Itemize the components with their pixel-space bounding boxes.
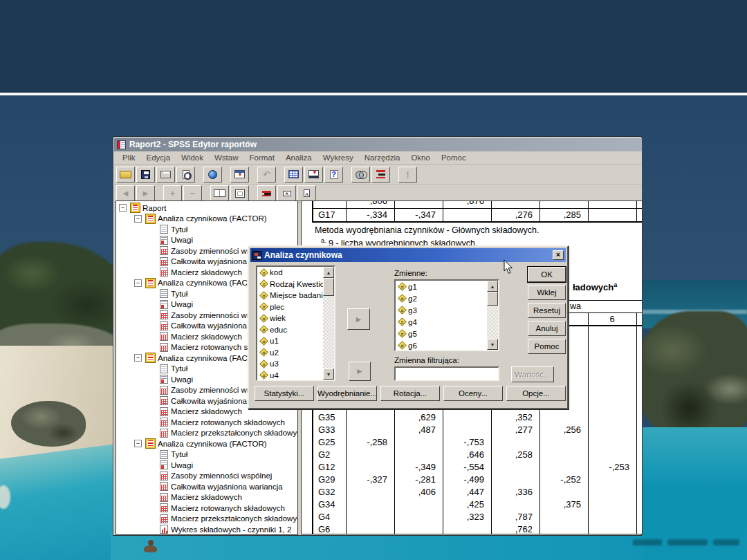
promote-button[interactable]: + — [163, 185, 182, 201]
table-row-clipped: ,806 ,876 — [312, 200, 643, 207]
scroll-up-button[interactable]: ▲ — [323, 267, 334, 278]
tree-item[interactable]: Uwagi — [116, 235, 297, 246]
list-item[interactable]: g4 — [396, 316, 498, 328]
recall-dialog-button[interactable] — [230, 167, 249, 183]
list-item[interactable]: g3 — [396, 304, 498, 316]
export-button[interactable] — [203, 167, 222, 183]
help-button[interactable]: Pomoc — [528, 339, 566, 354]
filter-variable-input[interactable] — [394, 366, 499, 381]
menu-widok[interactable]: Widok — [176, 152, 209, 163]
tree-item[interactable]: −Analiza czynnikowa (FACTOR) — [116, 214, 297, 225]
dialog-titlebar[interactable]: Analiza czynnikowa × — [250, 248, 566, 262]
goto-case-button[interactable] — [304, 167, 323, 183]
table-cell — [588, 411, 636, 424]
menu-format[interactable]: Format — [244, 152, 280, 163]
selected-variables-list[interactable]: g1 g2 g3 g4 g5 g6 ▲ ▼ — [394, 279, 499, 351]
table-cell: ,787 — [491, 511, 540, 523]
scores-button[interactable]: Oceny... — [443, 386, 503, 401]
expand-book-button[interactable] — [210, 185, 229, 201]
source-variable-list[interactable]: kod Rodzaj Kwestionari Miejsce badania [… — [256, 265, 335, 381]
scrollbar[interactable]: ▲ ▼ — [323, 267, 334, 380]
table-gridline — [636, 312, 637, 534]
menu-edycja[interactable]: Edycja — [141, 152, 176, 163]
tree-expander[interactable]: − — [134, 215, 142, 223]
tree-item[interactable]: −Raport — [116, 203, 297, 214]
statistics-button[interactable]: Statystyki... — [255, 386, 314, 401]
list-item[interactable]: g5 — [396, 328, 498, 339]
menu-analiza[interactable]: Analiza — [280, 152, 317, 163]
footnote-marker: a. — [321, 237, 326, 244]
insert-heading-button[interactable] — [371, 167, 390, 183]
menu-wstaw[interactable]: Wstaw — [209, 152, 244, 163]
tree-item[interactable]: Wykres składowych - czynniki 1, 2 — [116, 524, 297, 535]
tree-item[interactable]: −Analiza czynnikowa (FACTOR) — [116, 438, 297, 449]
close-button[interactable]: × — [553, 250, 564, 260]
tree-item[interactable]: Uwagi — [116, 460, 297, 471]
scrollbar-thumb[interactable] — [323, 278, 334, 296]
spss-app-icon — [117, 140, 126, 149]
demote-button[interactable]: − — [183, 185, 202, 201]
table-row: G29-,327-,281-,499-,252 — [312, 474, 636, 486]
output-icon — [146, 439, 155, 448]
table-cell — [394, 200, 443, 207]
mouse-cursor — [504, 260, 513, 277]
undo-button[interactable]: ↶ — [257, 167, 276, 183]
scroll-down-button[interactable]: ▼ — [487, 339, 498, 350]
scrollbar[interactable]: ▲ ▼ — [487, 281, 498, 350]
collapse-frame-button[interactable] — [230, 185, 249, 201]
tree-item[interactable]: Macierz rotowanych składowych — [116, 417, 297, 428]
variables-button[interactable]: ? — [324, 167, 343, 183]
ok-button[interactable]: OK — [528, 267, 566, 282]
open-file-button[interactable] — [116, 167, 135, 183]
prev-item-icon: ◄ — [121, 189, 130, 198]
cancel-button[interactable]: Anuluj — [528, 321, 566, 336]
tree-expander[interactable]: − — [134, 354, 142, 362]
next-item-button[interactable]: ► — [136, 185, 155, 201]
use-sets-button[interactable] — [351, 167, 370, 183]
rotation-button[interactable]: Rotacja... — [380, 386, 440, 401]
table1: ,806 ,876 G17 -,334 -,347 ,276 ,285 — [312, 201, 643, 223]
tree-item[interactable]: Macierz składowych — [116, 492, 297, 503]
menu-plik[interactable]: Plik — [117, 152, 141, 163]
prev-item-button[interactable]: ◄ — [116, 185, 135, 201]
show-item-button[interactable]: ^ — [277, 185, 296, 201]
window-titlebar[interactable]: Raport2 - SPSS Edytor raportów — [114, 138, 642, 151]
tree-item[interactable]: Macierz przekształconych składowych — [116, 514, 297, 525]
tree-expander[interactable]: − — [134, 279, 142, 287]
menu-wykresy[interactable]: Wykresy — [317, 152, 359, 163]
scroll-down-button[interactable]: ▼ — [323, 368, 334, 380]
run-button[interactable]: ! — [398, 167, 417, 183]
save-button[interactable] — [136, 167, 155, 183]
table-cell: ,285 — [540, 209, 588, 221]
print-preview-button[interactable] — [176, 167, 195, 183]
collapse-outline-button[interactable]: ^ — [257, 185, 276, 201]
move-filter-variable-button[interactable]: ► — [349, 362, 371, 381]
list-item[interactable]: g2 — [396, 292, 498, 304]
reset-button[interactable]: Resetuj — [528, 303, 566, 318]
tree-item[interactable]: Tytuł — [116, 449, 297, 460]
print-button[interactable] — [156, 167, 175, 183]
extraction-button[interactable]: Wyodrębnianie... — [317, 386, 377, 401]
tree-item[interactable]: Całkowita wyjaśniona wariancja — [116, 481, 297, 492]
tree-expander[interactable]: − — [119, 204, 127, 212]
options-button[interactable]: Opcje... — [506, 386, 566, 401]
list-item[interactable]: g6 — [396, 339, 498, 351]
tree-item[interactable]: Macierz rotowanych składowych — [116, 503, 297, 514]
tree-item[interactable]: Tytuł — [116, 224, 297, 235]
tree-item[interactable]: Zasoby zmienności wspólnej — [116, 471, 297, 482]
list-item[interactable]: g1 — [396, 281, 498, 292]
move-variables-button[interactable]: ► — [347, 308, 370, 330]
value-button[interactable]: Wartość... — [511, 366, 554, 382]
scroll-up-button[interactable]: ▲ — [487, 281, 498, 292]
scrollbar-thumb[interactable] — [487, 292, 498, 306]
tree-expander[interactable]: − — [134, 440, 142, 447]
menu-pomoc[interactable]: Pomoc — [436, 152, 472, 163]
goto-table-button[interactable] — [284, 167, 303, 183]
menu-narzedzia[interactable]: Narzędzia — [359, 152, 406, 163]
hide-item-button[interactable]: ^ — [297, 185, 316, 201]
table-cell — [346, 523, 394, 534]
tree-item[interactable]: Macierz przekształconych składowych — [116, 428, 297, 439]
paste-button[interactable]: Wklej — [528, 285, 566, 300]
table-icon — [160, 503, 168, 512]
menu-okno[interactable]: Okno — [405, 152, 436, 163]
